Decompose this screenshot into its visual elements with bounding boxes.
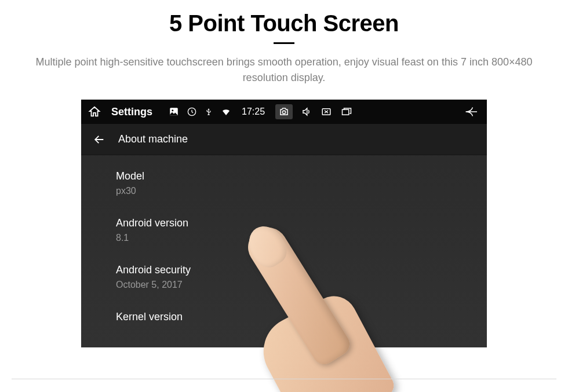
back-arrow-icon[interactable] — [93, 133, 105, 146]
svg-point-1 — [172, 109, 173, 111]
setting-label: Android security — [116, 264, 487, 276]
recent-apps-icon[interactable] — [340, 107, 353, 117]
setting-label: Kernel version — [116, 311, 487, 323]
compass-icon[interactable] — [187, 107, 196, 116]
volume-icon[interactable] — [301, 107, 312, 117]
setting-item-model[interactable]: Model px30 — [116, 160, 487, 207]
svg-rect-5 — [343, 109, 349, 115]
setting-label: Model — [116, 170, 487, 182]
home-icon[interactable] — [88, 105, 101, 118]
page-subtitle: Multiple point high-sensitive touchscree… — [17, 54, 551, 86]
camera-icon[interactable] — [275, 104, 293, 119]
setting-item-android-version[interactable]: Android version 8.1 — [116, 207, 487, 254]
image-icon[interactable] — [169, 107, 179, 117]
page-heading: 5 Point Touch Screen — [12, 10, 556, 36]
page-header: About machine — [81, 124, 487, 155]
page-title: About machine — [118, 133, 188, 145]
setting-value: October 5, 2017 — [116, 280, 487, 290]
setting-label: Android version — [116, 217, 487, 229]
setting-value: px30 — [116, 186, 487, 196]
wifi-icon — [221, 107, 231, 117]
svg-point-3 — [282, 111, 285, 113]
status-time: 17:25 — [242, 107, 265, 117]
close-app-icon[interactable] — [321, 107, 332, 117]
setting-item-kernel[interactable]: Kernel version — [116, 301, 487, 337]
status-bar: Settings 17:25 — [81, 100, 487, 124]
setting-value: 8.1 — [116, 233, 487, 243]
heading-divider — [274, 42, 294, 44]
settings-list: Model px30 Android version 8.1 Android s… — [81, 155, 487, 337]
device-screen: Settings 17:25 — [81, 100, 487, 347]
status-app-label: Settings — [111, 106, 152, 118]
bottom-divider — [12, 379, 556, 379]
usb-icon — [205, 106, 213, 118]
setting-item-security[interactable]: Android security October 5, 2017 — [116, 254, 487, 301]
back-nav-icon[interactable] — [464, 107, 480, 117]
